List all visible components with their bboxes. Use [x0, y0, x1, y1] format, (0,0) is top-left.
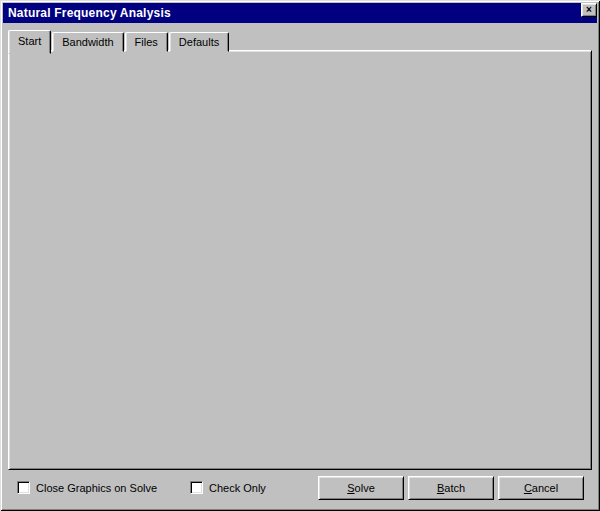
title-bar[interactable]: Natural Frequency Analysis [3, 3, 597, 23]
close-icon: × [586, 5, 592, 15]
dialog-window: Natural Frequency Analysis × Start Bandw… [0, 0, 600, 511]
tab-bandwidth[interactable]: Bandwidth [52, 32, 123, 52]
tab-strip: Start Bandwidth Files Defaults [8, 28, 230, 52]
close-graphics-checkbox-icon[interactable] [17, 481, 30, 494]
solve-button[interactable]: Solve [318, 476, 404, 500]
tab-files[interactable]: Files [125, 32, 168, 52]
tab-page-start [8, 50, 592, 470]
close-button[interactable]: × [581, 3, 597, 17]
window-title: Natural Frequency Analysis [8, 6, 171, 20]
check-only-checkbox-icon[interactable] [190, 481, 203, 494]
cancel-button[interactable]: Cancel [498, 476, 584, 500]
checkbox-close-graphics-on-solve[interactable]: Close Graphics on Solve [17, 481, 157, 494]
batch-button[interactable]: Batch [408, 476, 494, 500]
checkbox-check-only[interactable]: Check Only [190, 481, 266, 494]
tab-defaults[interactable]: Defaults [169, 32, 229, 52]
tab-start[interactable]: Start [8, 30, 51, 54]
